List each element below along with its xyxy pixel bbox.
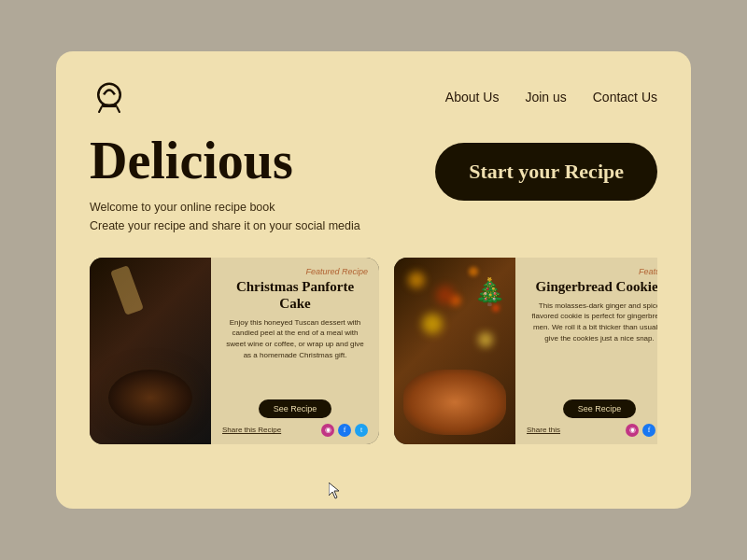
logo-icon <box>90 77 129 117</box>
share-row-1: Share this Recipe ◉ f t <box>222 424 368 437</box>
recipe-card-1: Featured Recipe Christmas Panforte Cake … <box>90 258 379 444</box>
nav-join[interactable]: Join us <box>525 90 566 105</box>
mouse-cursor <box>329 483 340 499</box>
svg-rect-1 <box>102 105 118 107</box>
hero-section: Delicious Welcome to your online recipe … <box>90 133 657 235</box>
share-link-1[interactable]: Share this Recipe <box>222 426 281 434</box>
recipe-card-2: Featured Gingerbread Cookies This molass… <box>394 258 657 444</box>
hero-title: Delicious <box>90 133 435 189</box>
hero-right: Start your Recipe <box>435 133 657 201</box>
featured-label-2: Featured <box>527 267 657 276</box>
share-icons-1: ◉ f t <box>321 424 368 437</box>
see-recipe-button-1[interactable]: See Recipe <box>259 399 332 418</box>
share-row-2: Share this ◉ f t <box>527 424 657 437</box>
recipe-cards-row: Featured Recipe Christmas Panforte Cake … <box>90 258 657 444</box>
svg-line-3 <box>117 107 120 112</box>
svg-marker-4 <box>329 483 339 498</box>
nav-about[interactable]: About Us <box>445 90 500 105</box>
recipe-image-2 <box>394 258 515 444</box>
instagram-icon[interactable]: ◉ <box>321 424 334 437</box>
recipe-title-2: Gingerbread Cookies <box>527 278 657 295</box>
main-card: About Us Join us Contact Us Delicious We… <box>56 51 691 509</box>
recipe-desc-1: Enjoy this honeyed Tuscan dessert with c… <box>222 317 368 394</box>
recipe-title-1: Christmas Panforte Cake <box>222 278 368 312</box>
hero-left: Delicious Welcome to your online recipe … <box>90 133 435 235</box>
svg-point-0 <box>98 84 120 106</box>
svg-line-2 <box>99 107 102 112</box>
instagram-icon-2[interactable]: ◉ <box>626 424 639 437</box>
facebook-icon-2[interactable]: f <box>642 424 655 437</box>
see-recipe-button-2[interactable]: See Recipe <box>563 399 637 418</box>
recipe-card-content-2: Featured Gingerbread Cookies This molass… <box>515 258 657 444</box>
nav-contact[interactable]: Contact Us <box>593 90 657 105</box>
recipe-image-1 <box>90 258 211 444</box>
share-link-2[interactable]: Share this <box>527 426 560 434</box>
twitter-icon[interactable]: t <box>355 424 368 437</box>
hero-subtitle: Welcome to your online recipe book Creat… <box>90 198 435 235</box>
start-recipe-button[interactable]: Start your Recipe <box>435 143 657 201</box>
featured-label-1: Featured Recipe <box>222 267 368 276</box>
header: About Us Join us Contact Us <box>90 77 657 117</box>
facebook-icon[interactable]: f <box>338 424 351 437</box>
recipe-card-content-1: Featured Recipe Christmas Panforte Cake … <box>211 258 379 444</box>
navigation: About Us Join us Contact Us <box>445 90 657 105</box>
share-icons-2: ◉ f t <box>626 424 657 437</box>
recipe-desc-2: This molasses-dark ginger and spice flav… <box>527 301 657 394</box>
